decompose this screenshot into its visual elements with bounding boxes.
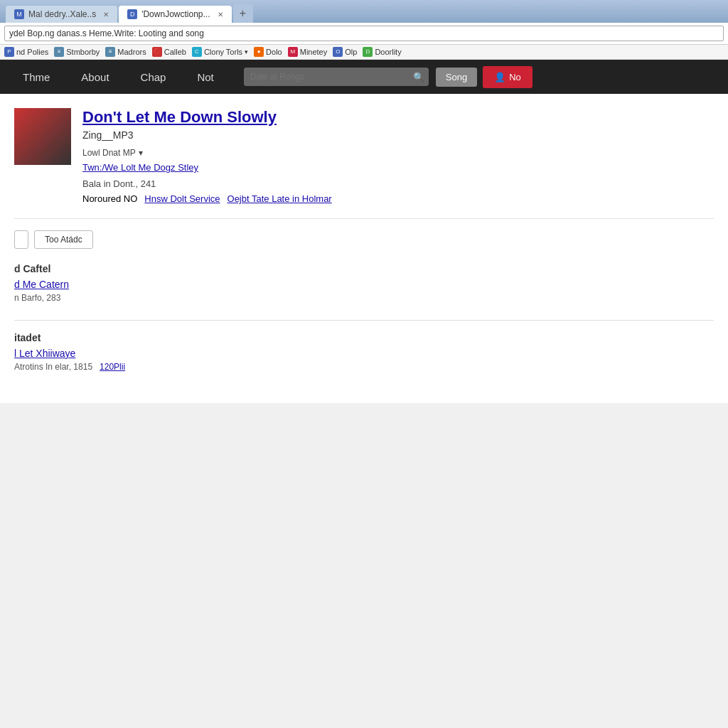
browser-tab-1[interactable]: M Mal dedry..Xale..s ✕	[6, 6, 117, 23]
song-artist: Zing__MP3	[82, 129, 714, 141]
bookmark-dolo-icon: ●	[254, 47, 264, 57]
tab1-close[interactable]: ✕	[103, 11, 109, 18]
bookmark-doorlity[interactable]: D Doorlity	[363, 47, 401, 57]
bookmark-polies[interactable]: P nd Polies	[4, 47, 48, 57]
song-sourced: Noroured NO	[82, 193, 137, 204]
bookmark-stmborby[interactable]: ≡ Stmborby	[54, 47, 100, 57]
nav-thme[interactable]: Thme	[7, 60, 65, 94]
address-bar-row	[0, 23, 728, 45]
bookmark-minetey-icon: M	[288, 47, 298, 57]
nav-chap-label: Chap	[141, 71, 166, 83]
result-1-section: d Caftel	[14, 263, 714, 274]
bookmark-clonytorls-label: Clony Torls	[204, 48, 242, 56]
song-thumbnail-image	[14, 108, 71, 165]
bookmark-olp-icon: O	[333, 47, 343, 57]
song-services: Noroured NO Hnsw Dolt Service Oejbt Tate…	[82, 193, 714, 204]
song-meta-label: Lowl Dnat MP ▾	[82, 148, 714, 158]
result-2-title[interactable]: l Let Xhiiwaye	[14, 348, 714, 359]
song-info: Don't Let Me Down Slowly Zing__MP3 Lowl …	[82, 108, 714, 204]
song-button-label: Song	[446, 72, 467, 82]
nav-not-label: Not	[197, 71, 213, 83]
address-bar-input[interactable]	[4, 26, 724, 41]
signup-button-label: No	[509, 72, 521, 82]
bookmark-clonytorls-arrow: ▾	[245, 48, 248, 55]
bookmark-calleb[interactable]: 🚫 Calleb	[152, 47, 186, 57]
song-thumbnail	[14, 108, 71, 165]
tab-bar: M Mal dedry..Xale..s ✕ D 'DownJowctionp.…	[6, 4, 722, 23]
tab2-close[interactable]: ✕	[218, 11, 223, 18]
result-1-meta: n Barfo, 283	[14, 293, 714, 303]
nav-search-container: 🔍	[244, 68, 429, 86]
search-wrapper: 🔍	[244, 68, 429, 86]
bookmark-polies-label: nd Polies	[16, 48, 48, 56]
nav-chap[interactable]: Chap	[125, 60, 182, 94]
bookmark-polies-icon: P	[4, 47, 14, 57]
song-extra: Bala in Dont., 241	[82, 178, 714, 189]
nav-bar: Thme About Chap Not 🔍 Song 👤 No	[0, 60, 728, 94]
bookmark-minetey-label: Minetey	[300, 48, 328, 56]
tab2-favicon: D	[127, 9, 137, 19]
browser-chrome: M Mal dedry..Xale..s ✕ D 'DownJowctionp.…	[0, 0, 728, 23]
result-item-1: d Caftel d Me Catern n Barfo, 283	[14, 263, 714, 303]
result-2-section: itadet	[14, 332, 714, 343]
song-result: Don't Let Me Down Slowly Zing__MP3 Lowl …	[14, 108, 714, 204]
song-meta-text: Lowl Dnat MP	[82, 148, 136, 158]
signup-icon: 👤	[494, 72, 505, 82]
bookmark-dolo[interactable]: ● Dolo	[254, 47, 282, 57]
search-button[interactable]: 🔍	[413, 72, 424, 82]
nav-about-label: About	[81, 71, 109, 83]
bookmark-olp[interactable]: O Olp	[333, 47, 357, 57]
filter-row: Too Atádc	[14, 230, 714, 249]
nav-thme-label: Thme	[23, 71, 50, 83]
service-link-1[interactable]: Hnsw Dolt Service	[144, 193, 220, 204]
separator-1	[14, 218, 714, 219]
bookmark-madrors-icon: ≡	[105, 47, 115, 57]
tab1-favicon: M	[14, 9, 24, 19]
bookmarks-bar: P nd Polies ≡ Stmborby ≡ Madrors 🚫 Calle…	[0, 45, 728, 60]
separator-2	[14, 320, 714, 321]
filter-btn-1[interactable]: Too Atádc	[34, 230, 93, 249]
song-meta-arrow: ▾	[139, 148, 143, 158]
song-link[interactable]: Twn:/We Lolt Me Dogz Stley	[82, 162, 714, 173]
song-title[interactable]: Don't Let Me Down Slowly	[82, 108, 714, 127]
result-2-meta-text: Atrotins In elar, 1815	[14, 362, 92, 372]
result-item-2: itadet l Let Xhiiwaye Atrotins In elar, …	[14, 332, 714, 372]
tab2-label: 'DownJowctionp...	[141, 9, 210, 19]
service-link-2[interactable]: Oejbt Tate Late in Holmar	[228, 193, 332, 204]
bookmark-madrors-label: Madrors	[117, 48, 146, 56]
bookmark-madrors[interactable]: ≡ Madrors	[105, 47, 146, 57]
song-button[interactable]: Song	[436, 68, 477, 87]
tab1-label: Mal dedry..Xale..s	[28, 9, 96, 19]
bookmark-doorlity-label: Doorlity	[375, 48, 401, 56]
signup-button[interactable]: 👤 No	[483, 66, 532, 88]
main-content: Don't Let Me Down Slowly Zing__MP3 Lowl …	[0, 94, 728, 403]
bookmark-dolo-label: Dolo	[266, 48, 282, 56]
bookmark-calleb-label: Calleb	[164, 48, 186, 56]
browser-tab-2[interactable]: D 'DownJowctionp... ✕	[119, 6, 231, 23]
bookmark-minetey[interactable]: M Minetey	[288, 47, 328, 57]
filter-btn-1-label: Too Atádc	[45, 235, 82, 245]
result-2-extra-link[interactable]: 120Plii	[100, 362, 125, 372]
nav-not[interactable]: Not	[181, 60, 229, 94]
result-2-meta: Atrotins In elar, 1815 120Plii	[14, 362, 714, 372]
bookmark-clonytorls[interactable]: C Clony Torls ▾	[192, 47, 248, 57]
bookmark-stmborby-label: Stmborby	[66, 48, 100, 56]
bookmark-clonytorls-icon: C	[192, 47, 202, 57]
filter-placeholder[interactable]	[14, 230, 28, 249]
bookmark-stmborby-icon: ≡	[54, 47, 64, 57]
new-tab-button[interactable]: +	[233, 4, 253, 23]
search-input[interactable]	[244, 68, 429, 86]
nav-about[interactable]: About	[65, 60, 124, 94]
bookmark-olp-label: Olp	[345, 48, 357, 56]
bookmark-doorlity-icon: D	[363, 47, 373, 57]
bookmark-calleb-icon: 🚫	[152, 47, 162, 57]
result-1-title[interactable]: d Me Catern	[14, 279, 714, 290]
